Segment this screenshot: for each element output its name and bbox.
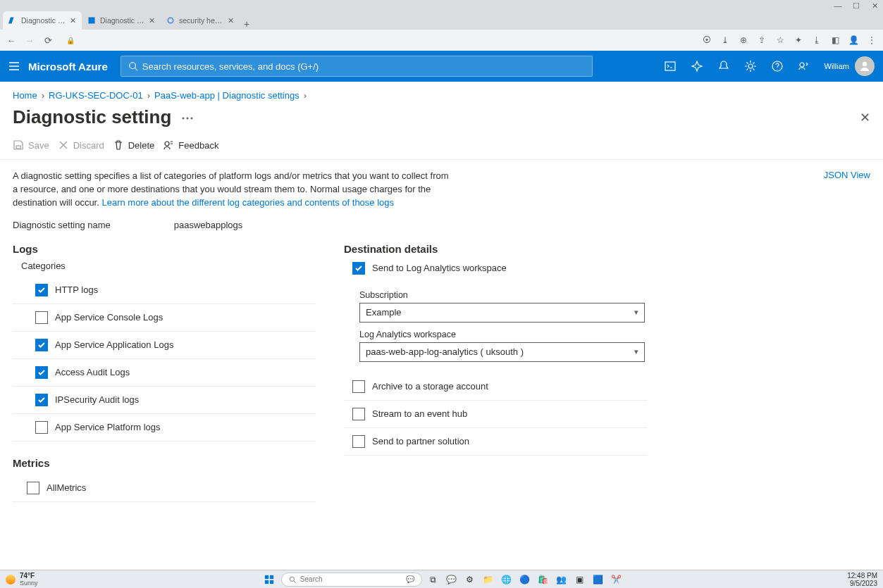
edge-icon[interactable]: 🌐	[500, 573, 514, 587]
terminal-icon[interactable]: ▣	[573, 573, 587, 587]
checkbox-label: App Service Console Logs	[55, 312, 163, 323]
side-panel-icon[interactable]: ◧	[828, 33, 842, 47]
google-favicon-icon	[166, 16, 175, 25]
checkbox-application-logs[interactable]	[35, 339, 48, 351]
window-close-icon[interactable]: ✕	[867, 1, 882, 11]
svg-line-4	[135, 68, 137, 71]
more-icon[interactable]: ⋯	[181, 110, 194, 125]
browser-back-icon[interactable]: ←	[4, 33, 18, 47]
chat-icon[interactable]: 💬	[445, 573, 459, 587]
start-button[interactable]	[261, 575, 277, 584]
taskbar-time: 12:48 PM	[847, 572, 877, 580]
browser-forward-icon[interactable]: →	[23, 33, 37, 47]
help-icon[interactable]	[765, 51, 789, 82]
extensions-icon[interactable]: ✦	[791, 33, 805, 47]
user-menu[interactable]: William	[816, 56, 883, 76]
destination-log-analytics: Send to Log Analytics workspace	[344, 261, 647, 276]
browser-tab-azure[interactable]: Diagnostic setting - Microsoft A ✕	[3, 11, 82, 30]
json-view-link[interactable]: JSON View	[824, 170, 870, 180]
checkbox-archive-storage[interactable]	[352, 380, 365, 393]
breadcrumb-home[interactable]: Home	[13, 90, 37, 101]
settings-icon[interactable]: ⚙	[463, 573, 477, 587]
azure-brand[interactable]: Microsoft Azure	[28, 61, 121, 73]
toolbar: Save Discard Delete Feedback	[0, 132, 883, 159]
azure-favicon-icon	[8, 16, 17, 25]
browser-tab-google-search[interactable]: security headers in azure app se ✕	[161, 11, 240, 30]
delete-label: Delete	[128, 140, 155, 151]
gear-icon[interactable]	[739, 51, 762, 82]
tab-close-icon[interactable]: ✕	[149, 16, 155, 25]
copilot-icon[interactable]	[685, 51, 709, 82]
new-tab-button[interactable]: +	[240, 18, 254, 30]
notifications-icon[interactable]	[712, 51, 736, 82]
description-text: A diagnostic setting specifies a list of…	[13, 170, 450, 210]
metrics-heading: Metrics	[13, 457, 316, 469]
svg-point-8	[800, 63, 804, 67]
teams-icon[interactable]: 👥	[555, 573, 569, 587]
search-input[interactable]	[142, 61, 585, 72]
bookmark-icon[interactable]: ☆	[773, 33, 787, 47]
cloud-shell-icon[interactable]	[658, 51, 682, 82]
window-minimize-icon[interactable]: —	[831, 1, 845, 11]
checkbox-partner-solution[interactable]	[352, 435, 365, 448]
feedback-header-icon[interactable]	[792, 51, 816, 82]
hamburger-menu-button[interactable]	[0, 51, 28, 82]
install-icon[interactable]: ⤓	[718, 33, 732, 47]
file-explorer-icon[interactable]: 📁	[481, 573, 495, 587]
discard-button[interactable]: Discard	[58, 139, 104, 151]
log-category-console: App Service Console Logs	[13, 304, 316, 332]
checkbox-label: Send to partner solution	[372, 436, 469, 446]
browser-tabs: Diagnostic setting - Microsoft A ✕ Diagn…	[0, 10, 883, 30]
checkbox-allmetrics[interactable]	[27, 482, 39, 494]
translate-icon[interactable]: ⦿	[700, 33, 714, 47]
taskbar-search-input[interactable]	[300, 575, 371, 583]
weather-cond: Sunny	[20, 580, 38, 587]
breadcrumb-rg[interactable]: RG-UKS-SEC-DOC-01	[49, 90, 143, 101]
subscription-select[interactable]: Example ▾	[359, 303, 645, 323]
learn-more-link[interactable]: Learn more about the different log categ…	[101, 197, 394, 208]
chevron-down-icon: ▾	[634, 308, 638, 317]
svg-point-11	[165, 142, 169, 146]
snipping-icon[interactable]: ✂️	[610, 573, 624, 587]
checkbox-http-logs[interactable]	[35, 284, 48, 296]
tab-title: Diagnostic Console	[100, 16, 144, 25]
checkbox-event-hub[interactable]	[352, 408, 365, 420]
checkbox-send-log-analytics[interactable]	[352, 262, 365, 275]
checkbox-access-audit-logs[interactable]	[35, 366, 48, 379]
store-icon[interactable]: 🛍️	[536, 573, 550, 587]
tab-close-icon[interactable]: ✕	[228, 16, 234, 25]
tab-close-icon[interactable]: ✕	[70, 16, 76, 25]
checkbox-label: App Service Application Logs	[55, 339, 173, 350]
share-icon[interactable]: ⇪	[755, 33, 769, 47]
zoom-icon[interactable]: ⊕	[736, 33, 751, 47]
search-box[interactable]	[121, 56, 593, 77]
svg-rect-5	[665, 62, 675, 70]
save-button[interactable]: Save	[13, 139, 49, 151]
lock-icon: 🔒	[66, 37, 75, 44]
bing-chat-icon[interactable]: 💬	[406, 575, 414, 583]
checkbox-ipsecurity-logs[interactable]	[35, 394, 48, 406]
window-maximize-icon[interactable]: ☐	[849, 1, 863, 11]
checkbox-platform-logs[interactable]	[35, 421, 48, 434]
browser-tab-diagnostic-console[interactable]: Diagnostic Console ✕	[82, 11, 161, 30]
breadcrumb-resource[interactable]: PaaS-web-app | Diagnostic settings	[154, 90, 300, 101]
browser-url-box[interactable]: 🔒	[59, 32, 696, 48]
browser-reload-icon[interactable]: ⟳	[41, 33, 55, 47]
vscode-icon[interactable]: 🟦	[591, 573, 605, 587]
feedback-button[interactable]: Feedback	[163, 139, 218, 151]
downloads-icon[interactable]: ⭳	[810, 33, 824, 47]
svg-rect-15	[270, 580, 273, 583]
taskbar-clock[interactable]: 12:48 PM 9/5/2023	[847, 572, 877, 587]
delete-button[interactable]: Delete	[113, 139, 155, 151]
chrome-icon[interactable]: 🔵	[518, 573, 532, 587]
close-blade-button[interactable]: ✕	[860, 110, 870, 125]
browser-menu-icon[interactable]: ⋮	[865, 33, 879, 47]
taskbar-weather[interactable]: 74°F Sunny	[6, 572, 38, 587]
profile-icon[interactable]: 👤	[846, 33, 860, 47]
task-view-icon[interactable]: ⧉	[426, 573, 440, 587]
workspace-select[interactable]: paas-web-app-log-analytics ( uksouth ) ▾	[359, 342, 645, 362]
checkbox-console-logs[interactable]	[35, 311, 48, 324]
svg-point-3	[130, 63, 136, 69]
feedback-icon	[163, 139, 174, 151]
taskbar-search[interactable]: 💬	[281, 573, 422, 587]
